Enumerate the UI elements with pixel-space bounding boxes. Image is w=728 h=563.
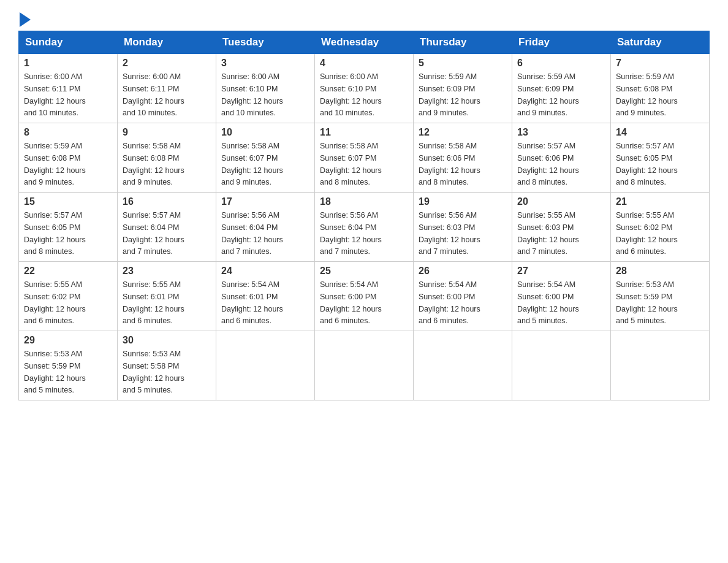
week-row-2: 8 Sunrise: 5:59 AMSunset: 6:08 PMDayligh… [19, 123, 710, 193]
day-number: 28 [616, 266, 704, 277]
calendar-cell: 12 Sunrise: 5:58 AMSunset: 6:06 PMDaylig… [414, 123, 512, 193]
calendar-cell: 8 Sunrise: 5:59 AMSunset: 6:08 PMDayligh… [19, 123, 118, 193]
day-info: Sunrise: 5:55 AMSunset: 6:03 PMDaylight:… [517, 211, 579, 256]
day-info: Sunrise: 5:58 AMSunset: 6:06 PMDaylight:… [419, 142, 480, 186]
day-number: 12 [419, 127, 507, 138]
calendar-cell: 14 Sunrise: 5:57 AMSunset: 6:05 PMDaylig… [611, 123, 710, 193]
calendar-table: SundayMondayTuesdayWednesdayThursdayFrid… [18, 31, 710, 400]
day-info: Sunrise: 5:58 AMSunset: 6:07 PMDaylight:… [221, 142, 283, 186]
day-info: Sunrise: 5:55 AMSunset: 6:01 PMDaylight:… [123, 280, 184, 325]
day-headers-row: SundayMondayTuesdayWednesdayThursdayFrid… [19, 31, 710, 54]
calendar-cell: 26 Sunrise: 5:54 AMSunset: 6:00 PMDaylig… [414, 262, 512, 331]
calendar-cell: 15 Sunrise: 5:57 AMSunset: 6:05 PMDaylig… [19, 193, 118, 262]
calendar-cell: 30 Sunrise: 5:53 AMSunset: 5:58 PMDaylig… [118, 331, 216, 400]
day-info: Sunrise: 5:57 AMSunset: 6:05 PMDaylight:… [24, 211, 86, 256]
calendar-cell [611, 331, 710, 400]
calendar-cell: 17 Sunrise: 5:56 AMSunset: 6:04 PMDaylig… [216, 193, 315, 262]
day-number: 1 [24, 58, 112, 69]
day-number: 3 [221, 58, 309, 69]
calendar-cell: 23 Sunrise: 5:55 AMSunset: 6:01 PMDaylig… [118, 262, 216, 331]
day-header-saturday: Saturday [611, 31, 710, 54]
page-header [18, 12, 710, 25]
day-info: Sunrise: 5:53 AMSunset: 5:59 PMDaylight:… [24, 350, 86, 394]
day-info: Sunrise: 5:55 AMSunset: 6:02 PMDaylight:… [616, 211, 678, 256]
day-info: Sunrise: 5:54 AMSunset: 6:00 PMDaylight:… [419, 280, 480, 325]
day-number: 23 [123, 266, 211, 277]
week-row-1: 1 Sunrise: 6:00 AMSunset: 6:11 PMDayligh… [19, 54, 710, 123]
day-info: Sunrise: 5:58 AMSunset: 6:07 PMDaylight:… [320, 142, 382, 186]
day-info: Sunrise: 5:57 AMSunset: 6:05 PMDaylight:… [616, 142, 678, 186]
calendar-cell: 18 Sunrise: 5:56 AMSunset: 6:04 PMDaylig… [315, 193, 414, 262]
day-number: 25 [320, 266, 408, 277]
calendar-cell: 28 Sunrise: 5:53 AMSunset: 5:59 PMDaylig… [611, 262, 710, 331]
calendar-cell: 20 Sunrise: 5:55 AMSunset: 6:03 PMDaylig… [512, 193, 611, 262]
logo-arrow-icon [20, 12, 31, 27]
calendar-cell: 21 Sunrise: 5:55 AMSunset: 6:02 PMDaylig… [611, 193, 710, 262]
day-number: 2 [123, 58, 211, 69]
day-info: Sunrise: 5:59 AMSunset: 6:08 PMDaylight:… [616, 72, 678, 117]
day-number: 13 [517, 127, 605, 138]
day-number: 15 [24, 196, 112, 207]
calendar-cell: 11 Sunrise: 5:58 AMSunset: 6:07 PMDaylig… [315, 123, 414, 193]
week-row-4: 22 Sunrise: 5:55 AMSunset: 6:02 PMDaylig… [19, 262, 710, 331]
day-info: Sunrise: 5:59 AMSunset: 6:09 PMDaylight:… [419, 72, 480, 117]
day-number: 27 [517, 266, 605, 277]
day-info: Sunrise: 5:56 AMSunset: 6:04 PMDaylight:… [221, 211, 283, 256]
calendar-cell: 19 Sunrise: 5:56 AMSunset: 6:03 PMDaylig… [414, 193, 512, 262]
day-info: Sunrise: 5:53 AMSunset: 5:58 PMDaylight:… [123, 350, 184, 394]
day-number: 7 [616, 58, 704, 69]
day-info: Sunrise: 5:56 AMSunset: 6:04 PMDaylight:… [320, 211, 382, 256]
logo [18, 12, 32, 25]
day-number: 26 [419, 266, 507, 277]
day-info: Sunrise: 6:00 AMSunset: 6:11 PMDaylight:… [123, 72, 184, 117]
day-header-tuesday: Tuesday [216, 31, 315, 54]
calendar-cell [512, 331, 611, 400]
day-number: 4 [320, 58, 408, 69]
day-info: Sunrise: 5:59 AMSunset: 6:08 PMDaylight:… [24, 142, 86, 186]
day-number: 22 [24, 266, 112, 277]
calendar-cell: 16 Sunrise: 5:57 AMSunset: 6:04 PMDaylig… [118, 193, 216, 262]
day-info: Sunrise: 5:54 AMSunset: 6:00 PMDaylight:… [320, 280, 382, 325]
calendar-cell: 1 Sunrise: 6:00 AMSunset: 6:11 PMDayligh… [19, 54, 118, 123]
day-info: Sunrise: 5:54 AMSunset: 6:01 PMDaylight:… [221, 280, 283, 325]
day-number: 17 [221, 196, 309, 207]
day-number: 24 [221, 266, 309, 277]
day-number: 18 [320, 196, 408, 207]
day-number: 11 [320, 127, 408, 138]
calendar-cell: 27 Sunrise: 5:54 AMSunset: 6:00 PMDaylig… [512, 262, 611, 331]
calendar-cell: 10 Sunrise: 5:58 AMSunset: 6:07 PMDaylig… [216, 123, 315, 193]
calendar-cell [414, 331, 512, 400]
day-number: 20 [517, 196, 605, 207]
day-number: 21 [616, 196, 704, 207]
day-info: Sunrise: 5:59 AMSunset: 6:09 PMDaylight:… [517, 72, 579, 117]
day-header-sunday: Sunday [19, 31, 118, 54]
calendar-cell [216, 331, 315, 400]
day-number: 16 [123, 196, 211, 207]
day-number: 5 [419, 58, 507, 69]
calendar-cell: 22 Sunrise: 5:55 AMSunset: 6:02 PMDaylig… [19, 262, 118, 331]
calendar-cell: 25 Sunrise: 5:54 AMSunset: 6:00 PMDaylig… [315, 262, 414, 331]
day-info: Sunrise: 5:54 AMSunset: 6:00 PMDaylight:… [517, 280, 579, 325]
day-info: Sunrise: 5:57 AMSunset: 6:06 PMDaylight:… [517, 142, 579, 186]
day-number: 19 [419, 196, 507, 207]
calendar-cell: 9 Sunrise: 5:58 AMSunset: 6:08 PMDayligh… [118, 123, 216, 193]
day-header-monday: Monday [118, 31, 216, 54]
day-header-friday: Friday [512, 31, 611, 54]
day-number: 9 [123, 127, 211, 138]
calendar-cell [315, 331, 414, 400]
day-number: 14 [616, 127, 704, 138]
calendar-cell: 7 Sunrise: 5:59 AMSunset: 6:08 PMDayligh… [611, 54, 710, 123]
calendar-cell: 6 Sunrise: 5:59 AMSunset: 6:09 PMDayligh… [512, 54, 611, 123]
calendar-cell: 29 Sunrise: 5:53 AMSunset: 5:59 PMDaylig… [19, 331, 118, 400]
day-number: 6 [517, 58, 605, 69]
day-number: 8 [24, 127, 112, 138]
calendar-cell: 5 Sunrise: 5:59 AMSunset: 6:09 PMDayligh… [414, 54, 512, 123]
day-info: Sunrise: 5:55 AMSunset: 6:02 PMDaylight:… [24, 280, 86, 325]
day-number: 30 [123, 335, 211, 346]
day-number: 10 [221, 127, 309, 138]
day-number: 29 [24, 335, 112, 346]
day-header-thursday: Thursday [414, 31, 512, 54]
day-info: Sunrise: 5:53 AMSunset: 5:59 PMDaylight:… [616, 280, 678, 325]
day-info: Sunrise: 6:00 AMSunset: 6:10 PMDaylight:… [320, 72, 382, 117]
calendar-cell: 13 Sunrise: 5:57 AMSunset: 6:06 PMDaylig… [512, 123, 611, 193]
